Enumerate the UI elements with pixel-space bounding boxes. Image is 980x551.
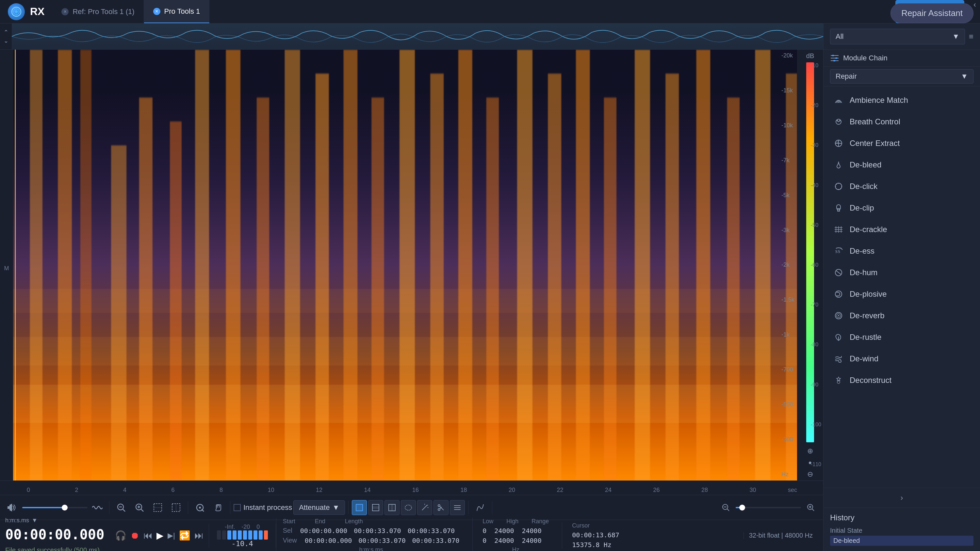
record-button[interactable]: ⏺ [130,530,140,541]
svg-point-112 [838,315,839,316]
de-wind-icon [833,353,845,365]
module-deconstruct[interactable]: Deconstruct [826,370,977,391]
volume-track[interactable] [22,507,88,508]
de-hum-label: De-hum [850,268,877,277]
instant-process-checkbox[interactable] [234,504,241,511]
module-chain-button[interactable]: Module Chain [830,54,974,62]
module-de-hum[interactable]: De-hum [826,262,977,283]
mid-marker: M [4,265,9,272]
zoom-out-hz-button[interactable] [718,499,734,516]
waveform-collapse-toggle[interactable]: ⌃ ⌄ [0,24,12,49]
lasso-select-button[interactable] [401,500,416,515]
module-de-ess[interactable]: s s De-ess [826,241,977,262]
history-item-1[interactable]: De-bleed [830,536,974,546]
repair-dropdown[interactable]: Repair ▼ [830,69,974,84]
tl-20: 20 [508,487,556,494]
zoom-in-hz-button[interactable] [802,499,819,516]
module-de-wind[interactable]: De-wind [826,348,977,369]
module-de-plosive[interactable]: De-plosive [826,284,977,305]
svg-rect-82 [832,55,834,56]
zoom-in-button[interactable] [131,499,148,516]
deconstruct-icon [833,375,845,386]
module-de-crackle[interactable]: De-crackle [826,219,977,240]
svg-point-109 [835,291,842,297]
panel-menu-icon[interactable]: ≡ [969,32,974,41]
cursor-time: 00:00:13.687 [572,531,619,539]
volume-slider[interactable] [22,507,88,508]
headphones-button[interactable]: 🎧 [115,530,126,541]
play-button[interactable]: ▶ [156,530,164,541]
zoom-slider[interactable] [736,507,801,508]
module-de-reverb[interactable]: De-reverb [826,305,977,326]
repair-label: Repair [835,72,857,81]
selection-tools [352,500,465,515]
level-peak-value: -10.4 [232,540,253,548]
tab-ref[interactable]: × Ref: Pro Tools 1 (1) [52,0,144,23]
center-extract-icon [833,137,845,149]
level-bar [217,530,268,540]
app-logo-icon [8,3,25,20]
scissors-button[interactable] [433,500,449,515]
zoom-fit-button[interactable] [191,499,208,516]
sel-end: 00:00:33.070 [354,527,401,535]
select-region-button[interactable] [149,499,166,516]
module-ambience-match[interactable]: Ambience Match [826,90,977,111]
db-zoom-out[interactable]: ⊖ [805,468,815,481]
attenuate-dropdown[interactable]: Attenuate ▼ [293,500,345,515]
volume-thumb[interactable] [62,505,68,511]
waveform-canvas[interactable] [12,24,823,49]
zoom-thumb[interactable] [739,505,745,511]
svg-line-47 [141,509,143,511]
loop-button[interactable]: 🔁 [179,530,191,541]
volume-fill [22,507,65,508]
module-de-clip[interactable]: De-clip [826,197,977,218]
module-center-extract[interactable]: Center Extract [826,133,977,154]
db-90: -90 [811,382,821,388]
module-de-rustle[interactable]: De-rustle [826,327,977,348]
time-freq-select-button[interactable] [352,500,367,515]
de-rustle-icon [833,331,845,343]
de-click-label: De-click [850,182,877,191]
tab-ref-label: Ref: Pro Tools 1 (1) [73,8,134,16]
timecode-format-arrow: ▼ [32,517,38,524]
tl-8: 8 [219,487,267,494]
spectrogram-canvas[interactable]: -20k -15k -10k -7k -5k -3k -2k -1.5k -1k… [13,49,797,481]
audio-panel: ⌃ ⌄ [0,24,823,551]
level-minus20-label: -20 [242,524,250,530]
level-labels: -Inf. -20 0 [225,524,260,530]
module-de-bleed[interactable]: De-bleed [826,154,977,175]
high-view: 24000 [494,537,514,545]
tab-pro-tools-close[interactable]: × [153,8,161,15]
pitch-tool-button[interactable] [472,499,489,516]
volume-icon[interactable] [4,499,21,516]
waveform-overview: ⌃ ⌄ [0,24,823,49]
low-sel: 0 [482,527,487,535]
svg-rect-37 [13,289,797,313]
repair-assistant-button[interactable]: Repair Assistant [891,3,974,23]
tab-ref-close[interactable]: × [61,8,68,15]
zoom-out-button[interactable] [113,499,130,516]
tl-4: 4 [123,487,171,494]
freq-range-select-button[interactable] [368,500,383,515]
svg-rect-57 [372,506,379,509]
module-breath-control[interactable]: Breath Control [826,111,977,132]
magic-wand-button[interactable] [417,500,432,515]
time-range-select-button[interactable] [385,500,399,515]
history-item-0[interactable]: Initial State [830,526,974,536]
spectrum-view-button[interactable] [450,500,465,515]
hand-tool-button[interactable] [210,499,227,516]
next-button[interactable]: ⏭ [194,530,204,541]
sel-length: 00:00:33.070 [408,527,455,535]
module-de-click[interactable]: De-click [826,176,977,197]
freq-select-button[interactable] [167,499,185,516]
nav-arrow[interactable]: › [824,487,980,508]
waveform-display-icon[interactable] [89,499,106,516]
tab-pro-tools[interactable]: × Pro Tools 1 [144,0,210,23]
low-header: Low [482,518,493,525]
play-selection-button[interactable]: ▶| [167,531,175,540]
tab-pro-tools-label: Pro Tools 1 [164,7,200,16]
timecode-format-label: h:m:s.ms [5,517,29,524]
db-meter: dB -10 -20 -30 -40 -50 -60 -70 -80 -90 -… [797,49,823,481]
prev-button[interactable]: ⏮ [143,530,153,541]
filter-dropdown[interactable]: All ▼ [830,29,965,44]
